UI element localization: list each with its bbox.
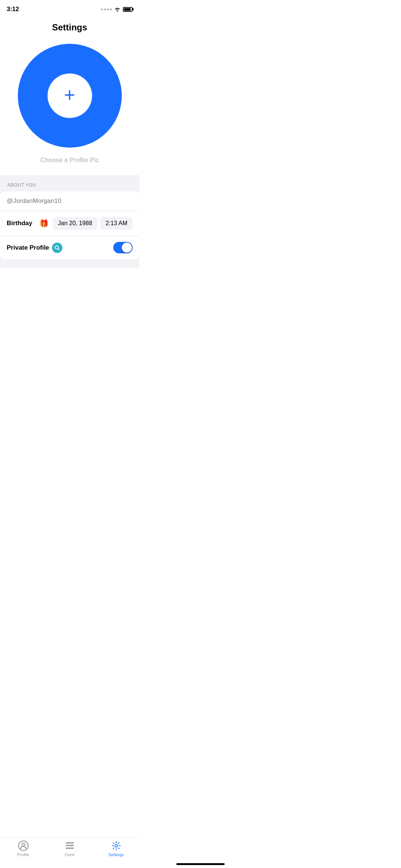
username-row [0, 191, 139, 211]
gift-icon: 🎁 [39, 219, 49, 228]
about-section-label: ABOUT YOU [0, 183, 139, 191]
svg-line-1 [58, 249, 59, 250]
battery-icon [123, 7, 133, 12]
birthday-date-picker[interactable]: Jan 20, 1988 [53, 217, 98, 230]
toggle-knob [122, 243, 132, 253]
birthday-label: Birthday [7, 219, 36, 227]
page-title: Settings [0, 16, 139, 40]
birthday-row: Birthday 🎁 Jan 20, 1988 2:13 AM [0, 211, 139, 236]
birthday-pickers: Jan 20, 1988 2:13 AM [53, 217, 133, 230]
signal-dots-icon [101, 9, 112, 10]
plus-icon: + [64, 85, 75, 105]
avatar-section: + Choose a Profile Pic [0, 40, 139, 175]
add-photo-inner: + [48, 73, 92, 118]
private-profile-label: Private Profile [7, 244, 49, 251]
add-photo-button[interactable]: + [18, 44, 122, 148]
wifi-icon [114, 7, 121, 12]
birthday-time-picker[interactable]: 2:13 AM [100, 217, 133, 230]
status-time: 3:12 [7, 6, 19, 13]
private-profile-row: Private Profile [0, 236, 139, 259]
private-profile-info-icon[interactable] [52, 243, 62, 253]
username-input[interactable] [7, 197, 133, 205]
toggle-track[interactable] [113, 242, 133, 253]
status-bar: 3:12 [0, 0, 139, 16]
about-form-card: Birthday 🎁 Jan 20, 1988 2:13 AM Private … [0, 191, 139, 259]
status-icons [101, 7, 133, 12]
about-section: ABOUT YOU Birthday 🎁 Jan 20, 1988 2:13 A… [0, 175, 139, 268]
choose-pic-label: Choose a Profile Pic [40, 157, 99, 164]
magnifier-icon [54, 245, 60, 251]
private-profile-toggle[interactable] [113, 242, 133, 253]
